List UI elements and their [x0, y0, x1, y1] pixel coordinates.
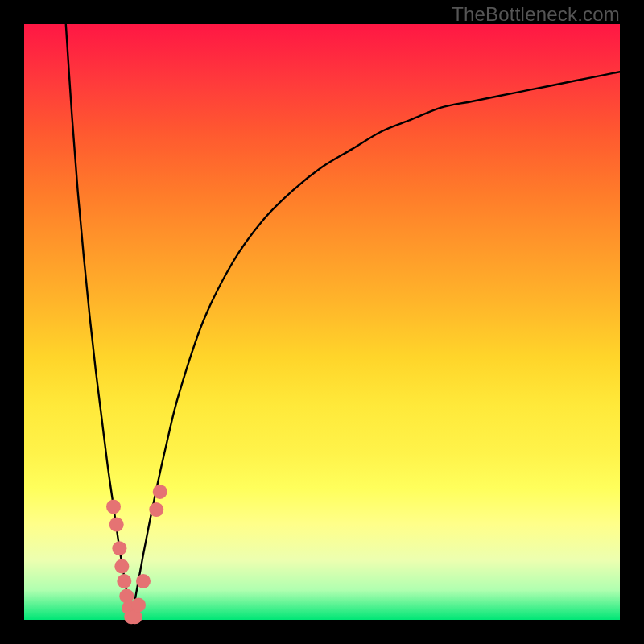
highlight-dot	[114, 559, 129, 573]
curve-segment	[66, 24, 131, 620]
highlight-dot	[119, 588, 134, 603]
highlight-dot	[112, 541, 126, 555]
highlight-dot	[149, 502, 163, 517]
highlight-dot	[136, 574, 151, 588]
plot-area	[24, 24, 620, 620]
curve-segment	[131, 72, 620, 620]
chart-frame: TheBottleneck.com	[0, 0, 644, 644]
highlight-dot	[117, 574, 131, 588]
highlight-dot	[106, 499, 121, 514]
highlight-dot	[131, 598, 146, 613]
highlight-dot	[153, 485, 167, 499]
curve-right-branch	[131, 72, 620, 620]
attribution-watermark: TheBottleneck.com	[452, 3, 620, 26]
highlight-markers	[106, 485, 167, 624]
highlight-dot	[109, 518, 124, 532]
curve-canvas	[24, 24, 620, 620]
curve-left-branch	[66, 24, 131, 620]
